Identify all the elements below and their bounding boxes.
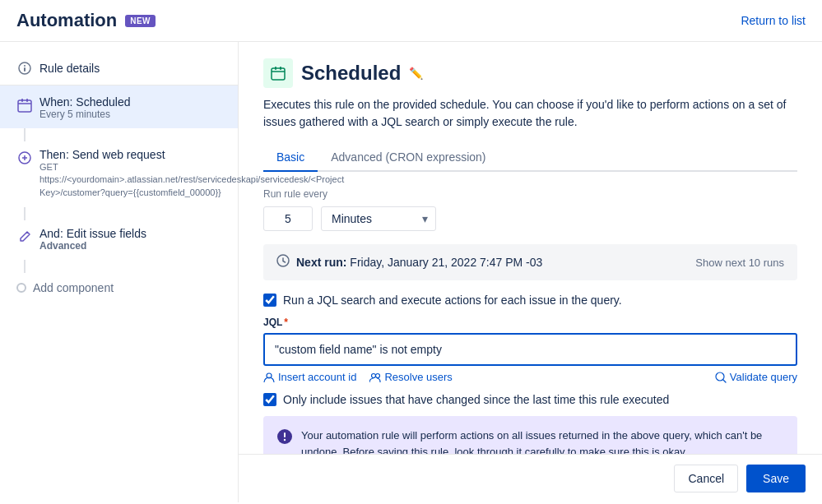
svg-rect-8 (275, 67, 276, 70)
new-badge: NEW (125, 15, 156, 27)
svg-point-1 (24, 65, 26, 67)
header-left: Automation NEW (16, 10, 156, 31)
edit-title-icon[interactable]: ✏️ (409, 67, 423, 80)
send-web-title: Then: Send web request (39, 148, 344, 161)
connector-3 (24, 260, 26, 273)
main-scrollable: Scheduled ✏️ Executes this rule on the p… (239, 42, 822, 454)
main-description: Executes this rule on the provided sched… (263, 96, 797, 131)
svg-point-14 (716, 372, 724, 381)
dot-icon (16, 283, 26, 293)
save-button[interactable]: Save (746, 465, 806, 492)
connector-1 (24, 128, 26, 141)
svg-rect-5 (26, 99, 28, 102)
main-header: Scheduled ✏️ (263, 58, 797, 88)
resolve-users-link[interactable]: Resolve users (369, 371, 452, 383)
clock-icon (276, 254, 290, 270)
next-run-label: Next run: (296, 256, 346, 269)
rule-details-label: Rule details (39, 62, 100, 75)
svg-point-16 (284, 439, 286, 441)
jql-actions: Insert account id Resolve users Validate… (263, 371, 797, 383)
edit-issue-text: And: Edit issue fields Advanced (39, 227, 146, 252)
sidebar-item-send-web[interactable]: Then: Send web request GET https://<your… (0, 141, 238, 207)
connector-2 (24, 207, 26, 220)
svg-rect-2 (24, 67, 26, 72)
validate-query-label: Validate query (730, 371, 797, 383)
svg-rect-9 (280, 67, 281, 70)
jql-checkbox-row: Run a JQL search and execute actions for… (263, 294, 797, 307)
validate-query-link[interactable]: Validate query (715, 371, 797, 383)
include-changed-checkbox-row: Only include issues that have changed si… (263, 393, 797, 406)
next-run-left: Next run: Friday, January 21, 2022 7:47 … (276, 254, 542, 270)
jql-checkbox[interactable] (263, 294, 276, 307)
interval-value-input[interactable] (263, 206, 313, 231)
svg-point-13 (376, 373, 380, 377)
main-title: Scheduled (301, 62, 401, 85)
run-rule-row: Minutes Hours Days Weeks Months ▾ (263, 206, 797, 231)
interval-unit-select[interactable]: Minutes Hours Days Weeks Months (321, 206, 436, 231)
return-to-list-link[interactable]: Return to list (741, 14, 806, 27)
jql-checkbox-label: Run a JQL search and execute actions for… (283, 294, 622, 307)
warning-text: Your automation rule will perform action… (301, 428, 784, 454)
show-next-runs-link[interactable]: Show next 10 runs (695, 257, 784, 269)
calendar-icon-sidebar (16, 97, 33, 113)
tab-advanced[interactable]: Advanced (CRON expression) (318, 144, 499, 172)
layout: Rule details When: Scheduled Every 5 min… (0, 42, 822, 502)
resolve-users-label: Resolve users (384, 371, 452, 383)
pencil-icon (16, 229, 33, 245)
jql-label-text: JQL (263, 317, 282, 328)
sidebar-item-when-scheduled[interactable]: When: Scheduled Every 5 minutes (0, 86, 238, 128)
jql-label: JQL* (263, 317, 797, 328)
insert-account-id-label: Insert account id (278, 371, 356, 383)
svg-rect-7 (272, 68, 285, 80)
when-scheduled-subtitle: Every 5 minutes (39, 109, 131, 120)
scheduled-icon (263, 58, 293, 88)
when-scheduled-title: When: Scheduled (39, 95, 131, 109)
header: Automation NEW Return to list (0, 0, 822, 42)
sidebar-item-edit-issue[interactable]: And: Edit issue fields Advanced (0, 220, 238, 260)
jql-left-actions: Insert account id Resolve users (263, 371, 453, 383)
sidebar: Rule details When: Scheduled Every 5 min… (0, 42, 239, 502)
include-changed-checkbox[interactable] (263, 393, 276, 406)
app-title: Automation (16, 10, 117, 31)
webhook-icon (16, 150, 33, 166)
next-run-box: Next run: Friday, January 21, 2022 7:47 … (263, 244, 797, 280)
send-web-subtitle: GET https://<yourdomain>.atlassian.net/r… (39, 161, 344, 199)
sidebar-item-rule-details[interactable]: Rule details (0, 52, 238, 85)
interval-unit-wrapper: Minutes Hours Days Weeks Months ▾ (321, 206, 436, 231)
required-star: * (284, 317, 288, 328)
warning-box: Your automation rule will perform action… (263, 416, 797, 454)
send-web-text: Then: Send web request GET https://<your… (39, 148, 344, 199)
next-run-value: Friday, January 21, 2022 7:47 PM -03 (350, 256, 542, 269)
add-component-button[interactable]: Add component (0, 273, 238, 303)
include-changed-label: Only include issues that have changed si… (283, 393, 669, 406)
svg-rect-17 (284, 432, 286, 437)
jql-input[interactable] (263, 333, 797, 366)
next-run-text: Next run: Friday, January 21, 2022 7:47 … (296, 256, 542, 269)
add-component-label: Add component (33, 281, 114, 294)
edit-issue-subtitle: Advanced (39, 240, 146, 252)
when-scheduled-text: When: Scheduled Every 5 minutes (39, 95, 131, 120)
svg-rect-4 (21, 99, 23, 102)
main-content: Scheduled ✏️ Executes this rule on the p… (239, 42, 822, 502)
edit-issue-title: And: Edit issue fields (39, 227, 146, 240)
warning-icon (276, 428, 293, 449)
svg-point-12 (372, 373, 376, 377)
svg-rect-3 (18, 100, 31, 112)
footer-actions: Cancel Save (239, 454, 822, 502)
info-icon (16, 60, 33, 76)
insert-account-id-link[interactable]: Insert account id (263, 371, 356, 383)
cancel-button[interactable]: Cancel (674, 465, 738, 492)
